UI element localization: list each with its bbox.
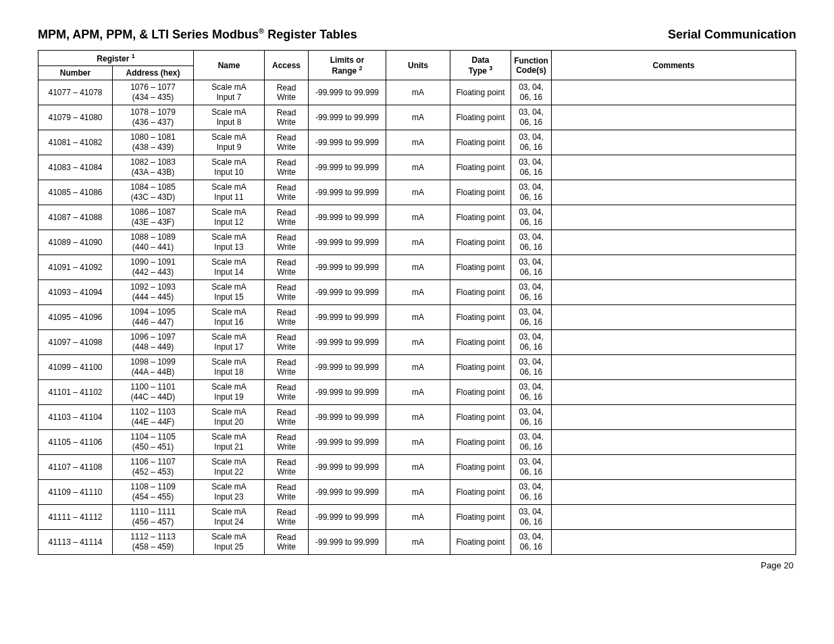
cell-reg-name: Scale mAInput 24 <box>194 505 265 530</box>
cell-units: mA <box>386 480 450 505</box>
col-comments: Comments <box>552 51 796 80</box>
cell-limits: -99.999 to 99.999 <box>309 530 386 555</box>
cell-comments <box>552 330 796 355</box>
cell-address: 1110 – 1111(456 – 457) <box>113 505 194 530</box>
cell-number: 41111 – 41112 <box>38 505 113 530</box>
cell-function: 03, 04,06, 16 <box>511 80 552 105</box>
cell-datatype: Floating point <box>450 205 511 230</box>
cell-datatype: Floating point <box>450 255 511 280</box>
cell-comments <box>552 155 796 180</box>
title-left-b: Register Tables <box>264 28 357 41</box>
cell-function: 03, 04,06, 16 <box>511 280 552 305</box>
cell-function: 03, 04,06, 16 <box>511 255 552 280</box>
cell-limits: -99.999 to 99.999 <box>309 105 386 130</box>
page-footer: Page 20 <box>38 560 796 570</box>
cell-comments <box>552 280 796 305</box>
table-row: 41091 – 410921090 – 1091(442 – 443)Scale… <box>38 255 796 280</box>
cell-reg-name: Scale mAInput 23 <box>194 480 265 505</box>
cell-access: Read Write <box>265 355 309 380</box>
table-row: 41105 – 411061104 – 1105(450 – 451)Scale… <box>38 430 796 455</box>
cell-number: 41089 – 41090 <box>38 230 113 255</box>
cell-number: 41085 – 41086 <box>38 180 113 205</box>
cell-limits: -99.999 to 99.999 <box>309 155 386 180</box>
cell-comments <box>552 405 796 430</box>
cell-address: 1084 – 1085(43C – 43D) <box>113 180 194 205</box>
table-row: 41087 – 410881086 – 1087(43E – 43F)Scale… <box>38 205 796 230</box>
cell-limits: -99.999 to 99.999 <box>309 430 386 455</box>
cell-number: 41105 – 41106 <box>38 430 113 455</box>
cell-number: 41079 – 41080 <box>38 105 113 130</box>
cell-access: Read Write <box>265 155 309 180</box>
table-row: 41111 – 411121110 – 1111(456 – 457)Scale… <box>38 505 796 530</box>
register-table: Register 1 Name Access Limits orRange 2 … <box>38 50 796 555</box>
cell-comments <box>552 105 796 130</box>
cell-number: 41113 – 41114 <box>38 530 113 555</box>
table-row: 41107 – 411081106 – 1107(452 – 453)Scale… <box>38 455 796 480</box>
cell-address: 1090 – 1091(442 – 443) <box>113 255 194 280</box>
cell-limits: -99.999 to 99.999 <box>309 255 386 280</box>
cell-limits: -99.999 to 99.999 <box>309 305 386 330</box>
cell-datatype: Floating point <box>450 430 511 455</box>
cell-access: Read Write <box>265 505 309 530</box>
page-header: MPM, APM, PPM, & LTI Series Modbus® Regi… <box>38 27 796 42</box>
cell-comments <box>552 480 796 505</box>
cell-comments <box>552 255 796 280</box>
cell-address: 1112 – 1113(458 – 459) <box>113 530 194 555</box>
cell-limits: -99.999 to 99.999 <box>309 280 386 305</box>
cell-number: 41101 – 41102 <box>38 380 113 405</box>
cell-limits: -99.999 to 99.999 <box>309 505 386 530</box>
cell-number: 41109 – 41110 <box>38 480 113 505</box>
cell-address: 1108 – 1109(454 – 455) <box>113 480 194 505</box>
table-row: 41103 – 411041102 – 1103(44E – 44F)Scale… <box>38 405 796 430</box>
cell-datatype: Floating point <box>450 480 511 505</box>
table-row: 41083 – 410841082 – 1083(43A – 43B)Scale… <box>38 155 796 180</box>
col-datatype: DataType 3 <box>450 51 511 80</box>
cell-access: Read Write <box>265 305 309 330</box>
cell-access: Read Write <box>265 530 309 555</box>
table-row: 41085 – 410861084 – 1085(43C – 43D)Scale… <box>38 180 796 205</box>
cell-datatype: Floating point <box>450 380 511 405</box>
cell-function: 03, 04,06, 16 <box>511 130 552 155</box>
title-left-a: MPM, APM, PPM, & LTI Series Modbus <box>38 28 259 41</box>
cell-address: 1106 – 1107(452 – 453) <box>113 455 194 480</box>
cell-reg-name: Scale mAInput 12 <box>194 205 265 230</box>
cell-address: 1096 – 1097(448 – 449) <box>113 330 194 355</box>
cell-access: Read Write <box>265 405 309 430</box>
cell-reg-name: Scale mAInput 19 <box>194 380 265 405</box>
table-row: 41097 – 410981096 – 1097(448 – 449)Scale… <box>38 330 796 355</box>
cell-comments <box>552 180 796 205</box>
table-row: 41113 – 411141112 – 1113(458 – 459)Scale… <box>38 530 796 555</box>
cell-address: 1102 – 1103(44E – 44F) <box>113 405 194 430</box>
cell-datatype: Floating point <box>450 155 511 180</box>
cell-comments <box>552 305 796 330</box>
col-limits: Limits orRange 2 <box>309 51 386 80</box>
col-units: Units <box>386 51 450 80</box>
cell-comments <box>552 205 796 230</box>
cell-reg-name: Scale mAInput 17 <box>194 330 265 355</box>
cell-function: 03, 04,06, 16 <box>511 430 552 455</box>
cell-reg-name: Scale mAInput 13 <box>194 230 265 255</box>
cell-function: 03, 04,06, 16 <box>511 230 552 255</box>
table-row: 41093 – 410941092 – 1093(444 – 445)Scale… <box>38 280 796 305</box>
cell-address: 1100 – 1101(44C – 44D) <box>113 380 194 405</box>
cell-access: Read Write <box>265 205 309 230</box>
table-row: 41095 – 410961094 – 1095(446 – 447)Scale… <box>38 305 796 330</box>
cell-access: Read Write <box>265 130 309 155</box>
cell-units: mA <box>386 155 450 180</box>
table-row: 41101 – 411021100 – 1101(44C – 44D)Scale… <box>38 380 796 405</box>
cell-number: 41095 – 41096 <box>38 305 113 330</box>
cell-address: 1098 – 1099(44A – 44B) <box>113 355 194 380</box>
cell-address: 1076 – 1077(434 – 435) <box>113 80 194 105</box>
cell-units: mA <box>386 530 450 555</box>
cell-address: 1094 – 1095(446 – 447) <box>113 305 194 330</box>
cell-number: 41099 – 41100 <box>38 355 113 380</box>
cell-units: mA <box>386 430 450 455</box>
col-function: FunctionCode(s) <box>511 51 552 80</box>
cell-number: 41093 – 41094 <box>38 280 113 305</box>
cell-datatype: Floating point <box>450 230 511 255</box>
cell-limits: -99.999 to 99.999 <box>309 355 386 380</box>
cell-function: 03, 04,06, 16 <box>511 355 552 380</box>
cell-units: mA <box>386 255 450 280</box>
cell-units: mA <box>386 105 450 130</box>
col-address: Address (hex) <box>113 66 194 80</box>
